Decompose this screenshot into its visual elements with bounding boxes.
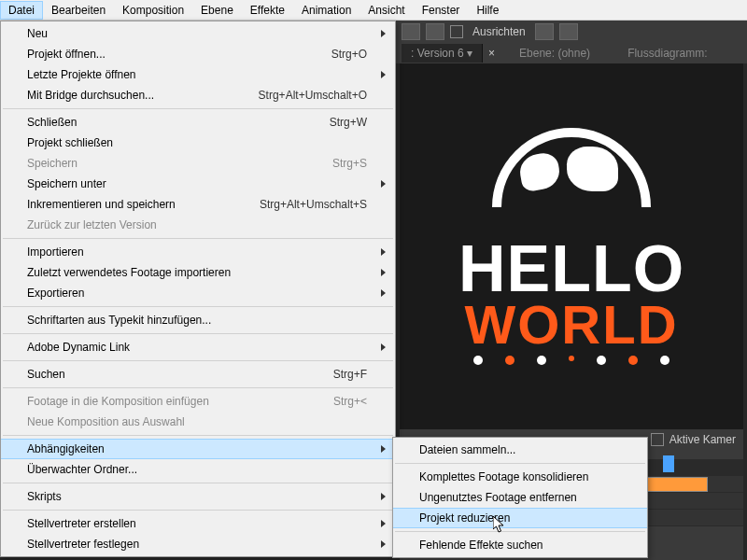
menu-item-zur-ck-zur-letzten-version: Zurück zur letzten Version bbox=[1, 215, 395, 235]
menu-item-label: Stellvertreter festlegen bbox=[27, 538, 139, 551]
menu-separator bbox=[3, 510, 393, 511]
menu-item-suchen[interactable]: SuchenStrg+F bbox=[1, 364, 395, 385]
menu-item-speichern-unter[interactable]: Speichern unter bbox=[1, 174, 395, 194]
menu-item-label: Zuletzt verwendetes Footage importieren bbox=[27, 266, 231, 279]
active-camera-label: Aktive Kamer bbox=[669, 433, 736, 446]
menu-shortcut: Strg+S bbox=[332, 157, 367, 170]
menu-separator bbox=[395, 463, 645, 464]
playhead[interactable] bbox=[663, 455, 674, 472]
menu-item-mit-bridge-durchsuchen[interactable]: Mit Bridge durchsuchen...Strg+Alt+Umscha… bbox=[1, 85, 395, 105]
menu-item-skripts[interactable]: Skripts bbox=[1, 486, 395, 507]
menu-item-letzte-projekte-ffnen[interactable]: Letzte Projekte öffnen bbox=[1, 64, 395, 85]
composition-tab[interactable]: : Version 6 ▾ bbox=[402, 44, 483, 63]
submenu-arrow-icon bbox=[381, 520, 386, 527]
submenu-item-projekt-reduzieren[interactable]: Projekt reduzieren bbox=[393, 508, 647, 528]
align-checkbox[interactable] bbox=[450, 25, 463, 38]
menu-item-label: Speichern bbox=[27, 157, 78, 170]
menu-item-label: Zurück zur letzten Version bbox=[27, 218, 157, 231]
mask-tool-button[interactable] bbox=[402, 23, 420, 40]
submenu-arrow-icon bbox=[381, 180, 386, 188]
dots-row bbox=[473, 356, 669, 365]
menu-item-exportieren[interactable]: Exportieren bbox=[1, 283, 395, 303]
menu-shortcut: Strg+< bbox=[333, 395, 367, 408]
submenu-item-dateien-sammeln[interactable]: Dateien sammeln... bbox=[393, 440, 647, 460]
menu-item-projekt-schlie-en[interactable]: Projekt schließen bbox=[1, 133, 395, 153]
menubar-item-animation[interactable]: Animation bbox=[293, 1, 359, 20]
menu-separator bbox=[395, 531, 645, 532]
menubar: Datei Bearbeiten Komposition Ebene Effek… bbox=[0, 0, 747, 21]
submenu-item-label: Ungenutztes Footage entfernen bbox=[419, 491, 577, 504]
submenu-item-label: Komplettes Footage konsolidieren bbox=[419, 470, 588, 483]
menu-separator bbox=[3, 360, 393, 361]
menu-item-label: Neue Komposition aus Auswahl bbox=[27, 415, 185, 428]
composition-viewer[interactable]: HELLO WORLD bbox=[400, 63, 743, 429]
menu-item-label: Projekt schließen bbox=[27, 136, 113, 149]
menu-item-neu[interactable]: Neu bbox=[1, 23, 395, 44]
submenu-arrow-icon bbox=[381, 493, 386, 500]
menu-item-stellvertreter-erstellen[interactable]: Stellvertreter erstellen bbox=[1, 513, 395, 534]
menu-item-label: Neu bbox=[27, 27, 48, 40]
menubar-item-datei[interactable]: Datei bbox=[0, 1, 43, 20]
menubar-item-ansicht[interactable]: Ansicht bbox=[359, 1, 413, 20]
menu-item-berwachter-ordner[interactable]: Überwachter Ordner... bbox=[1, 459, 395, 480]
menu-separator bbox=[3, 387, 393, 388]
submenu-arrow-icon bbox=[381, 248, 386, 256]
menu-item-label: Speichern unter bbox=[27, 177, 106, 190]
menu-separator bbox=[3, 435, 393, 436]
menu-item-inkrementieren-und-speichern[interactable]: Inkrementieren und speichernStrg+Alt+Ums… bbox=[1, 194, 395, 215]
menu-separator bbox=[3, 306, 393, 307]
close-tab-icon[interactable]: × bbox=[483, 47, 500, 60]
submenu-arrow-icon bbox=[381, 540, 386, 548]
submenu-item-fehlende-effekte-suchen[interactable]: Fehlende Effekte suchen bbox=[393, 535, 647, 555]
menu-item-zuletzt-verwendetes-footage-importieren[interactable]: Zuletzt verwendetes Footage importieren bbox=[1, 262, 395, 283]
menu-item-neue-komposition-aus-auswahl: Neue Komposition aus Auswahl bbox=[1, 412, 395, 432]
menubar-item-bearbeiten[interactable]: Bearbeiten bbox=[43, 1, 114, 20]
submenu-item-komplettes-footage-konsolidieren[interactable]: Komplettes Footage konsolidieren bbox=[393, 467, 647, 487]
menu-item-schlie-en[interactable]: SchließenStrg+W bbox=[1, 112, 395, 133]
layer-indicator: Ebene: (ohne) bbox=[500, 44, 609, 63]
menu-item-label: Suchen bbox=[27, 368, 65, 381]
menu-item-label: Adobe Dynamic Link bbox=[27, 341, 130, 354]
menu-item-footage-in-die-komposition-einf-gen: Footage in die Komposition einfügenStrg+… bbox=[1, 391, 395, 412]
snap-button[interactable] bbox=[535, 23, 554, 40]
menu-item-label: Footage in die Komposition einfügen bbox=[27, 395, 209, 408]
menubar-item-hilfe[interactable]: Hilfe bbox=[468, 1, 507, 20]
menu-item-schriftarten-aus-typekit-hinzuf-gen[interactable]: Schriftarten aus Typekit hinzufügen... bbox=[1, 310, 395, 330]
menu-separator bbox=[3, 238, 393, 239]
submenu-item-label: Dateien sammeln... bbox=[419, 443, 515, 456]
submenu-item-label: Fehlende Effekte suchen bbox=[419, 539, 543, 552]
menubar-item-effekte[interactable]: Effekte bbox=[242, 1, 293, 20]
submenu-arrow-icon bbox=[381, 30, 386, 37]
menubar-item-ebene[interactable]: Ebene bbox=[192, 1, 242, 20]
menu-item-label: Stellvertreter erstellen bbox=[27, 517, 136, 530]
menu-separator bbox=[3, 333, 393, 334]
menu-item-projekt-ffnen[interactable]: Projekt öffnen...Strg+O bbox=[1, 44, 395, 64]
menu-item-label: Inkrementieren und speichern bbox=[27, 198, 176, 211]
composition-tab-label: : Version 6 bbox=[411, 47, 464, 60]
shape-tool-button[interactable] bbox=[426, 23, 444, 40]
menu-item-label: Überwachter Ordner... bbox=[27, 463, 137, 476]
submenu-arrow-icon bbox=[381, 71, 386, 78]
menu-item-label: Projekt öffnen... bbox=[27, 48, 106, 61]
menu-item-speichern: SpeichernStrg+S bbox=[1, 153, 395, 174]
hello-world-graphic: HELLO WORLD bbox=[422, 97, 721, 396]
submenu-item-label: Projekt reduzieren bbox=[419, 511, 510, 525]
menu-item-label: Letzte Projekte öffnen bbox=[27, 68, 136, 81]
grid-checkbox[interactable] bbox=[651, 433, 664, 446]
menu-item-adobe-dynamic-link[interactable]: Adobe Dynamic Link bbox=[1, 337, 395, 357]
menu-item-stellvertreter-festlegen[interactable]: Stellvertreter festlegen bbox=[1, 534, 395, 554]
menu-shortcut: Strg+O bbox=[331, 48, 367, 61]
submenu-arrow-icon bbox=[381, 269, 386, 276]
menu-item-label: Schriftarten aus Typekit hinzufügen... bbox=[27, 314, 211, 327]
search-button[interactable] bbox=[559, 23, 578, 40]
submenu-item-ungenutztes-footage-entfernen[interactable]: Ungenutztes Footage entfernen bbox=[393, 487, 647, 508]
menu-item-label: Importieren bbox=[27, 245, 84, 259]
menu-item-label: Mit Bridge durchsuchen... bbox=[27, 89, 154, 102]
menubar-item-komposition[interactable]: Komposition bbox=[114, 1, 192, 20]
menu-item-abh-ngigkeiten[interactable]: Abhängigkeiten bbox=[1, 439, 395, 459]
dropdown-arrow-icon[interactable]: ▾ bbox=[467, 47, 472, 60]
menu-shortcut: Strg+Alt+Umschalt+S bbox=[260, 198, 367, 211]
menu-item-importieren[interactable]: Importieren bbox=[1, 242, 395, 262]
menubar-item-fenster[interactable]: Fenster bbox=[414, 1, 469, 20]
flowchart-indicator: Flussdiagramm: bbox=[609, 44, 726, 63]
